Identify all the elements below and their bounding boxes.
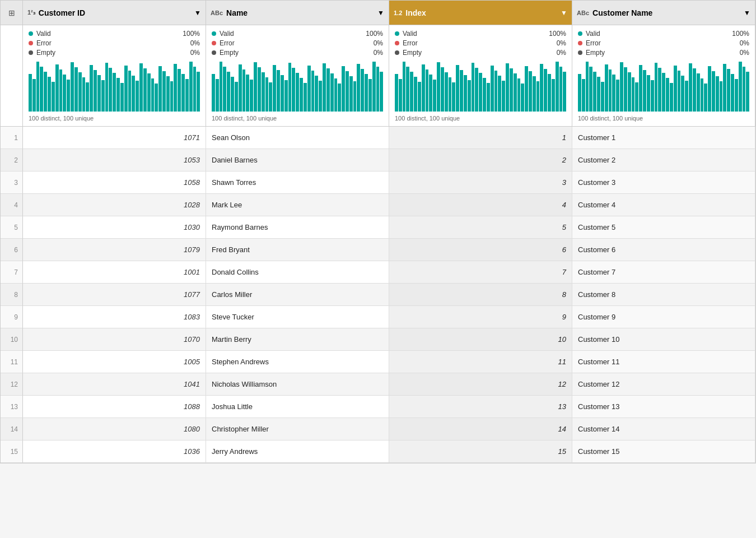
cell-name-6: Fred Bryant <box>206 239 389 261</box>
valid-dot-cname <box>578 31 582 36</box>
cell-id-10: 1070 <box>23 328 206 351</box>
header-name[interactable]: ABc Name ▼ <box>206 1 389 25</box>
header-label-index: Index <box>405 8 557 17</box>
cell-id-8: 1077 <box>23 284 206 306</box>
dropdown-icon-id[interactable]: ▼ <box>194 9 201 17</box>
dropdown-icon-index[interactable]: ▼ <box>561 9 567 17</box>
cell-index-13: 13 <box>389 396 572 418</box>
empty-dot-index <box>395 50 399 55</box>
empty-label-index: Empty <box>403 49 553 57</box>
empty-dot-name <box>212 50 216 55</box>
empty-label-id: Empty <box>36 49 187 57</box>
header-index[interactable]: 1.2 Index ▼ <box>389 1 572 25</box>
row-num-7: 7 <box>1 261 23 284</box>
cell-name-9: Steve Tucker <box>206 306 389 328</box>
error-label-id: Error <box>36 39 187 47</box>
cell-cname-9: Customer 9 <box>572 306 755 328</box>
cell-name-15: Jerry Andrews <box>206 440 389 463</box>
stats-corner <box>1 25 23 127</box>
cell-name-7: Donald Collins <box>206 261 389 284</box>
error-label-name: Error <box>220 39 370 47</box>
valid-value-name: 100% <box>366 30 383 38</box>
error-label-index: Error <box>403 39 553 47</box>
cell-name-8: Carlos Miller <box>206 284 389 306</box>
error-dot-name <box>212 41 216 45</box>
header-label-id: Customer ID <box>39 8 191 17</box>
cell-cname-12: Customer 12 <box>572 373 755 396</box>
cell-cname-2: Customer 2 <box>572 149 755 171</box>
row-num-6: 6 <box>1 239 23 261</box>
type-icon-cname: ABc <box>577 10 589 16</box>
cell-index-1: 1 <box>389 127 572 149</box>
empty-value-cname: 0% <box>740 49 749 57</box>
bar-chart-id <box>29 61 200 112</box>
empty-label-name: Empty <box>220 49 370 57</box>
valid-value-index: 100% <box>549 30 566 38</box>
cell-cname-1: Customer 1 <box>572 127 755 149</box>
header-customer-name[interactable]: ABc Customer Name ▼ <box>572 1 755 25</box>
cell-index-11: 11 <box>389 351 572 373</box>
empty-dot-cname <box>578 50 582 55</box>
cell-name-11: Stephen Andrews <box>206 351 389 373</box>
row-num-9: 9 <box>1 306 23 328</box>
valid-label-cname: Valid <box>586 30 729 38</box>
header-corner: ⊞ <box>1 1 23 25</box>
cell-name-2: Daniel Barnes <box>206 149 389 171</box>
cell-name-10: Martin Berry <box>206 328 389 351</box>
cell-index-2: 2 <box>389 149 572 171</box>
cell-index-9: 9 <box>389 306 572 328</box>
cell-cname-8: Customer 8 <box>572 284 755 306</box>
valid-label-index: Valid <box>403 30 545 38</box>
empty-dot-id <box>29 50 33 55</box>
bar-chart-index <box>395 61 566 112</box>
cell-name-3: Shawn Torres <box>206 171 389 194</box>
row-num-4: 4 <box>1 194 23 216</box>
header-customer-id[interactable]: 1²₃ Customer ID ▼ <box>23 1 206 25</box>
cell-cname-10: Customer 10 <box>572 328 755 351</box>
valid-dot-name <box>212 31 216 36</box>
cell-index-15: 15 <box>389 440 572 463</box>
cell-index-10: 10 <box>389 328 572 351</box>
empty-value-id: 0% <box>190 49 200 57</box>
cell-id-9: 1083 <box>23 306 206 328</box>
cell-id-12: 1041 <box>23 373 206 396</box>
valid-dot-index <box>395 31 399 36</box>
cell-id-7: 1001 <box>23 261 206 284</box>
error-dot-index <box>395 41 399 45</box>
cell-index-8: 8 <box>389 284 572 306</box>
row-num-10: 10 <box>1 328 23 351</box>
cell-id-14: 1080 <box>23 418 206 440</box>
cell-cname-13: Customer 13 <box>572 396 755 418</box>
cell-cname-5: Customer 5 <box>572 216 755 239</box>
error-value-name: 0% <box>374 39 383 47</box>
row-num-13: 13 <box>1 396 23 418</box>
cell-id-2: 1053 <box>23 149 206 171</box>
dropdown-icon-cname[interactable]: ▼ <box>744 9 750 17</box>
empty-label-cname: Empty <box>586 49 736 57</box>
valid-value-id: 100% <box>183 30 200 38</box>
cell-index-12: 12 <box>389 373 572 396</box>
cell-cname-6: Customer 6 <box>572 239 755 261</box>
cell-index-4: 4 <box>389 194 572 216</box>
valid-label-name: Valid <box>220 30 362 38</box>
error-value-cname: 0% <box>740 39 749 47</box>
dropdown-icon-name[interactable]: ▼ <box>377 9 384 17</box>
cell-name-4: Mark Lee <box>206 194 389 216</box>
type-icon-name: ABc <box>211 10 223 16</box>
type-icon-index: 1.2 <box>394 10 402 16</box>
cell-id-4: 1028 <box>23 194 206 216</box>
distinct-label-id: 100 distinct, 100 unique <box>29 115 200 122</box>
header-label-name: Name <box>226 8 374 17</box>
cell-name-13: Joshua Little <box>206 396 389 418</box>
cell-index-3: 3 <box>389 171 572 194</box>
stats-customer-id: Valid 100% Error 0% Empty 0% 100 distinc… <box>23 25 206 127</box>
cell-cname-11: Customer 11 <box>572 351 755 373</box>
header-label-cname: Customer Name <box>592 8 740 17</box>
bar-chart-name <box>212 61 383 112</box>
cell-id-11: 1005 <box>23 351 206 373</box>
valid-label-id: Valid <box>36 30 179 38</box>
empty-value-name: 0% <box>374 49 383 57</box>
cell-cname-14: Customer 14 <box>572 418 755 440</box>
bar-chart-cname <box>578 61 749 112</box>
cell-id-15: 1036 <box>23 440 206 463</box>
